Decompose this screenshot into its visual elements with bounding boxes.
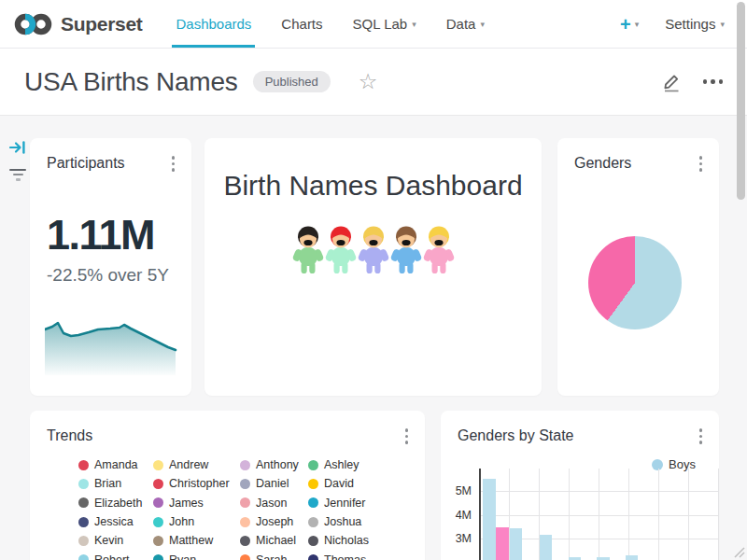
legend-swatch <box>78 460 89 470</box>
nav-tab-dashboards[interactable]: Dashboards <box>174 0 253 48</box>
legend-label: Anthony <box>256 458 299 471</box>
legend-swatch <box>153 517 163 527</box>
legend-item-thomas[interactable]: Thomas <box>308 550 388 560</box>
legend-label: Amanda <box>94 458 138 471</box>
legend-item-matthew[interactable]: Matthew <box>153 531 240 550</box>
filter-icon[interactable] <box>7 167 28 183</box>
legend-swatch <box>308 479 318 489</box>
bar-boy[interactable] <box>510 528 523 560</box>
settings-label: Settings <box>665 16 715 32</box>
expand-filter-bar-icon[interactable] <box>9 140 27 155</box>
new-item-button[interactable]: + ▾ <box>620 15 639 34</box>
kebab-menu-icon[interactable] <box>400 426 415 447</box>
legend-item-joshua[interactable]: Joshua <box>308 512 388 531</box>
card-participants: Participants 1.11M -22.5% over 5Y <box>30 138 191 396</box>
legend-label: Michael <box>256 534 296 547</box>
nav-label: SQL Lab <box>353 16 408 32</box>
nav-tab-data[interactable]: Data ▾ <box>444 0 486 48</box>
legend-item-nicholas[interactable]: Nicholas <box>308 531 388 550</box>
y-axis-tick: 3M <box>441 532 472 545</box>
kebab-menu-icon[interactable] <box>694 153 709 175</box>
y-axis-tick: 5M <box>441 484 472 497</box>
legend-swatch <box>153 497 163 508</box>
resize-grip-icon[interactable] <box>731 544 745 558</box>
brand-name: Superset <box>61 13 142 35</box>
more-actions-button[interactable] <box>703 79 724 84</box>
settings-menu[interactable]: Settings ▾ <box>663 16 726 32</box>
trends-legend: Amanda Andrew Anthony Ashley Brian Chris… <box>78 455 388 560</box>
legend-swatch <box>240 554 250 560</box>
legend-swatch <box>153 536 163 546</box>
kid-figure <box>390 225 422 274</box>
legend-swatch <box>308 536 318 546</box>
genders-pie-chart[interactable] <box>588 236 682 329</box>
bar-girl[interactable] <box>496 527 509 560</box>
legend-item-ashley[interactable]: Ashley <box>308 455 388 474</box>
left-rail <box>7 140 28 183</box>
big-number-delta: -22.5% over 5Y <box>47 265 169 286</box>
bar-boy[interactable] <box>626 555 639 560</box>
legend-item-david[interactable]: David <box>308 474 388 493</box>
nav-label: Charts <box>281 16 322 32</box>
nav-label: Data <box>446 16 476 32</box>
genders-by-state-bar-chart[interactable]: 5M4M3M <box>441 411 719 560</box>
legend-label: Daniel <box>256 477 289 490</box>
legend-label: Joseph <box>256 515 293 528</box>
legend-swatch <box>78 517 89 527</box>
legend-item-james[interactable]: James <box>153 494 240 512</box>
favorite-star-icon[interactable]: ☆ <box>359 71 378 92</box>
legend-swatch <box>78 497 89 508</box>
legend-item-andrew[interactable]: Andrew <box>153 455 240 474</box>
vertical-scrollbar[interactable] <box>737 2 745 200</box>
bar-boy[interactable] <box>483 479 496 560</box>
legend-item-anthony[interactable]: Anthony <box>240 455 308 474</box>
legend-label: Jason <box>256 497 287 510</box>
legend-item-michael[interactable]: Michael <box>240 531 308 550</box>
legend-item-amanda[interactable]: Amanda <box>78 455 153 474</box>
legend-swatch <box>78 554 89 560</box>
legend-item-daniel[interactable]: Daniel <box>240 474 308 493</box>
legend-swatch <box>240 517 250 527</box>
navbar-right: + ▾ Settings ▾ <box>620 15 747 34</box>
legend-item-robert[interactable]: Robert <box>78 550 153 560</box>
page-title: USA Births Names <box>24 67 238 97</box>
superset-logo[interactable]: Superset <box>0 11 142 37</box>
big-number-value: 1.11M <box>47 211 154 259</box>
navbar: Superset Dashboards Charts SQL Lab ▾ Dat… <box>0 0 747 49</box>
legend-item-jessica[interactable]: Jessica <box>78 512 153 531</box>
caret-down-icon: ▾ <box>412 21 416 29</box>
legend-label: Andrew <box>169 458 208 471</box>
legend-label: Thomas <box>324 553 366 560</box>
legend-item-sarah[interactable]: Sarah <box>240 550 308 560</box>
y-axis-tick: 4M <box>441 509 472 522</box>
bar-boy[interactable] <box>540 535 553 560</box>
legend-label: Elizabeth <box>94 497 142 510</box>
legend-item-jennifer[interactable]: Jennifer <box>308 494 388 512</box>
card-title: Genders <box>574 155 631 172</box>
legend-item-elizabeth[interactable]: Elizabeth <box>78 494 153 512</box>
caret-down-icon: ▾ <box>480 21 485 29</box>
kebab-menu-icon[interactable] <box>166 153 181 175</box>
pencil-icon <box>662 72 681 92</box>
infinity-logo-icon <box>13 11 54 37</box>
legend-item-joseph[interactable]: Joseph <box>240 512 308 531</box>
legend-item-kevin[interactable]: Kevin <box>78 531 153 550</box>
nav-label: Dashboards <box>176 16 251 32</box>
card-genders-by-state: Genders by State Boys 5M4M3M <box>441 411 719 560</box>
legend-item-jason[interactable]: Jason <box>240 494 308 512</box>
legend-item-ryan[interactable]: Ryan <box>153 550 240 560</box>
markdown-heading: Birth Names Dashboard <box>204 170 542 202</box>
published-badge[interactable]: Published <box>253 71 331 92</box>
legend-swatch <box>240 479 250 489</box>
caret-down-icon: ▾ <box>635 21 640 29</box>
nav-tab-charts[interactable]: Charts <box>279 0 324 48</box>
legend-item-christopher[interactable]: Christopher <box>153 474 240 493</box>
legend-item-john[interactable]: John <box>153 512 240 531</box>
legend-label: Robert <box>94 553 130 560</box>
edit-dashboard-button[interactable] <box>662 72 681 92</box>
nav-tab-sql-lab[interactable]: SQL Lab ▾ <box>351 0 418 48</box>
kid-figure <box>292 225 324 274</box>
legend-label: Brian <box>94 477 121 490</box>
dashboard-header: USA Births Names Published ☆ <box>0 49 747 116</box>
legend-item-brian[interactable]: Brian <box>78 474 153 493</box>
